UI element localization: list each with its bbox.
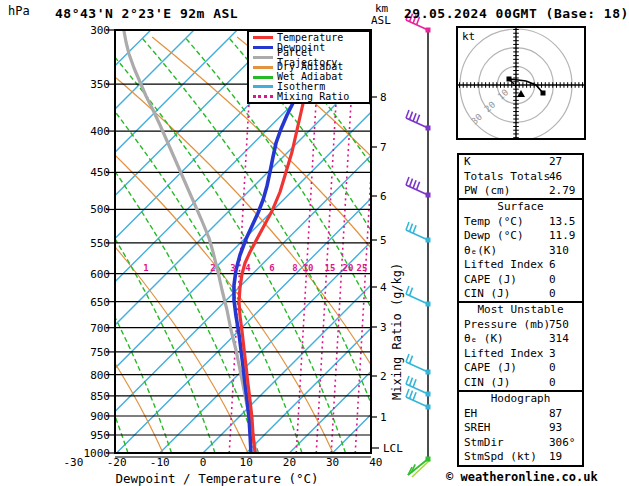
panel-row: StmDir306° [459, 436, 582, 451]
pressure-tick-label: 650 [90, 296, 110, 309]
km-tick-label: 3 [380, 321, 387, 334]
panel-indices: K27Totals Totals46PW (cm)2.79 [457, 153, 584, 201]
panel-row-label: CAPE (J) [464, 273, 517, 288]
temp-tick-label: -30 [63, 456, 83, 469]
panel-row-value: 93 [549, 421, 562, 436]
panel-row-label: Lifted Index [464, 347, 543, 362]
temp-tick-label: 20 [283, 456, 296, 469]
panel-row-value: 0 [549, 273, 556, 288]
parcel-trajectory-curve [124, 31, 256, 453]
panel-row: Pressure (mb)750 [459, 318, 582, 333]
legend-swatch-dry-adiabat [253, 66, 273, 69]
legend-item: Mixing Ratio [251, 92, 369, 102]
wind-barb [406, 222, 431, 243]
panel-row-value: 6 [549, 258, 556, 273]
temp-tick-label: -20 [107, 456, 127, 469]
barb-level-marker [426, 238, 431, 243]
hodograph-marker [507, 77, 512, 82]
panel-row: CAPE (J)0 [459, 273, 582, 288]
temp-tick-label: 30 [326, 456, 339, 469]
panel-row-label: θₑ(K) [464, 244, 497, 259]
panel-row-value: 27 [549, 155, 562, 170]
panel-row-label: Pressure (mb) [464, 318, 550, 333]
pressure-tick-label: 350 [90, 78, 110, 91]
mixing-ratio-value-label: 15 [325, 263, 336, 273]
km-tick-label: 4 [380, 281, 387, 294]
temp-tick-label: -10 [150, 456, 170, 469]
barb-level-marker [426, 302, 431, 307]
wind-barb [406, 177, 431, 198]
barb-level-marker [426, 457, 431, 462]
panel-row-value: 306° [549, 436, 576, 451]
panel-row-value: 310 [549, 244, 569, 259]
km-tick-label: 8 [380, 91, 387, 104]
mixing-ratio-value-label: 20 [343, 263, 354, 273]
wind-barb [406, 376, 431, 397]
wind-barb [408, 457, 431, 478]
barb-level-marker [426, 193, 431, 198]
barb-level-marker [426, 126, 431, 131]
mixing-ratio-value-label: 2 [210, 263, 215, 273]
hodograph-marker [541, 91, 546, 96]
wet-adiabat-line [0, 37, 85, 453]
pressure-tick-label: 850 [90, 390, 110, 403]
panel-surface: SurfaceTemp (°C)13.5Dewp (°C)11.9θₑ(K)31… [457, 198, 584, 304]
panel-row-value: 0 [549, 361, 556, 376]
pressure-tick-label: 900 [90, 410, 110, 423]
panel-header: Hodograph [459, 392, 582, 407]
panel-row-value: 19 [549, 450, 562, 465]
watermark: © weatheronline.co.uk [446, 470, 598, 484]
legend-label: Mixing Ratio [277, 92, 349, 102]
isotherm-line [0, 30, 280, 453]
pressure-tick-label: 800 [90, 369, 110, 382]
panel-row-value: 46 [549, 170, 562, 185]
panel-row: StmSpd (kt)19 [459, 450, 582, 465]
km-tick-label: 1 [380, 411, 387, 424]
panel-header: Most Unstable [459, 303, 582, 318]
panel-row: Lifted Index3 [459, 347, 582, 362]
panel-row-value: 3 [549, 347, 556, 362]
panel-row-value: 13.5 [549, 215, 576, 230]
temperature-axis-title: Dewpoint / Temperature (°C) [87, 471, 347, 486]
panel-row-value: 314 [549, 332, 569, 347]
panel-row: CAPE (J)0 [459, 361, 582, 376]
panel-row-label: EH [464, 407, 477, 422]
asl-axis-label: ASL [371, 14, 391, 27]
wet-adiabat-line [0, 37, 171, 453]
pressure-tick-label: 450 [90, 166, 110, 179]
panel-hodograph: HodographEH87SREH93StmDir306°StmSpd (kt)… [457, 390, 584, 467]
dry-adiabat-line [0, 37, 78, 453]
panel-row: CIN (J)0 [459, 376, 582, 391]
panel-row-value: 0 [549, 287, 556, 302]
mixing-ratio-value-label: 8 [292, 263, 297, 273]
temp-tick-label: 40 [369, 456, 382, 469]
km-tick-label: 5 [380, 234, 387, 247]
panel-row: EH87 [459, 407, 582, 422]
dry-adiabat-line [0, 37, 163, 453]
mixing-ratio-value-label: 10 [303, 263, 314, 273]
mixing-ratio-value-label: 3 [230, 263, 235, 273]
pressure-tick-label: 950 [90, 429, 110, 442]
lcl-label: LCL [383, 442, 403, 455]
panel-row-value: 87 [549, 407, 562, 422]
km-tick-label: 2 [380, 370, 387, 383]
panel-row-label: K [464, 155, 471, 170]
panel-row: PW (cm)2.79 [459, 184, 582, 199]
legend-swatch-wet-adiabat [253, 76, 273, 79]
panel-row: CIN (J)0 [459, 287, 582, 302]
pressure-tick-label: 500 [90, 203, 110, 216]
pressure-tick-label: 550 [90, 237, 110, 250]
panel-row-value: 2.79 [549, 184, 576, 199]
barb-level-marker [426, 405, 431, 410]
km-tick-label: 6 [380, 190, 387, 203]
panel-most-unstable: Most UnstablePressure (mb)750θₑ (K)314Li… [457, 301, 584, 392]
legend-swatch-mixing-ratio [253, 95, 273, 98]
mixing-ratio-value-label: 4 [245, 263, 251, 273]
panel-row: θₑ (K)314 [459, 332, 582, 347]
panel-row-label: StmSpd (kt) [464, 450, 537, 465]
panel-row-value: 0 [549, 376, 556, 391]
panel-row: Lifted Index6 [459, 258, 582, 273]
panel-row-label: CIN (J) [464, 287, 510, 302]
legend-swatch-dewpoint [253, 46, 273, 49]
pressure-tick-label: 600 [90, 268, 110, 281]
